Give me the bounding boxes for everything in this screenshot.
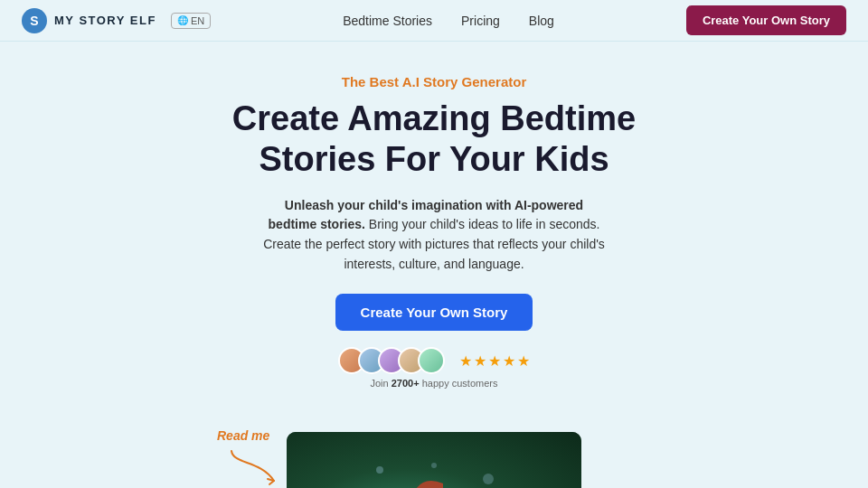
arrow-icon xyxy=(224,446,278,488)
bottom-section: Read me xyxy=(0,428,868,488)
star-icon: ★ xyxy=(517,352,530,370)
story-card[interactable]: The Fish Who Ranfor President xyxy=(287,432,581,488)
avatar-group xyxy=(338,347,445,374)
hero-subtitle: The Best A.I Story Generator xyxy=(18,74,850,89)
language-selector[interactable]: 🌐 EN xyxy=(171,13,211,29)
svg-point-4 xyxy=(431,463,437,468)
star-icon: ★ xyxy=(459,352,472,370)
logo-icon: S xyxy=(22,8,47,33)
story-card-background xyxy=(287,432,581,488)
nav-blog[interactable]: Blog xyxy=(529,14,554,28)
customers-text: Join 2700+ happy customers xyxy=(371,378,498,389)
nav-bedtime-stories[interactable]: Bedtime Stories xyxy=(343,14,432,28)
hero-section: The Best A.I Story Generator Create Amaz… xyxy=(0,42,868,428)
logo-text: MY STORY ELF xyxy=(54,14,156,27)
star-icon: ★ xyxy=(474,352,486,370)
hero-title: Create Amazing Bedtime Stories For Your … xyxy=(18,99,850,180)
logo[interactable]: S MY STORY ELF 🌐 EN xyxy=(22,8,211,33)
read-me-label: Read me xyxy=(217,428,269,443)
avatar xyxy=(418,347,445,374)
svg-point-0 xyxy=(376,466,383,474)
star-icon: ★ xyxy=(488,352,501,370)
nav-pricing[interactable]: Pricing xyxy=(461,14,500,28)
star-icon: ★ xyxy=(503,352,515,370)
nav-cta-button[interactable]: Create Your Own Story xyxy=(686,5,846,35)
fish-illustration xyxy=(362,456,506,488)
nav-links: Bedtime Stories Pricing Blog xyxy=(343,13,554,29)
star-rating: ★ ★ ★ ★ ★ xyxy=(459,352,530,370)
hero-description: Unleash your child's imagination with AI… xyxy=(262,196,606,275)
hero-cta-button[interactable]: Create Your Own Story xyxy=(335,294,533,331)
social-row: ★ ★ ★ ★ ★ xyxy=(338,347,530,374)
svg-point-1 xyxy=(483,474,494,484)
navbar: S MY STORY ELF 🌐 EN Bedtime Stories Pric… xyxy=(0,0,868,42)
social-proof: ★ ★ ★ ★ ★ Join 2700+ happy customers xyxy=(18,347,850,389)
